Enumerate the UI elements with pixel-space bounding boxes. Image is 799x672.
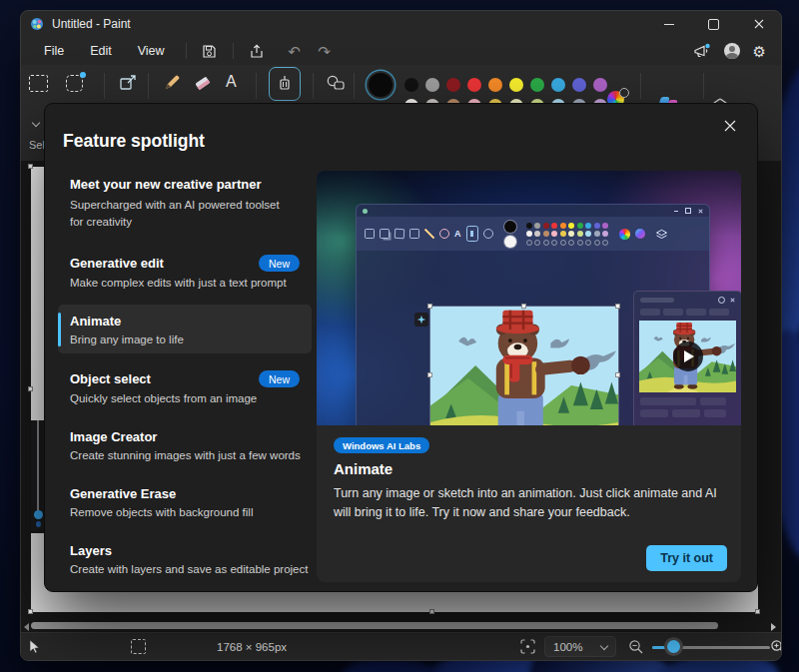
- mini-animate-panel: [633, 291, 741, 425]
- divider: [186, 43, 187, 59]
- mini-color-dot: [594, 240, 600, 246]
- color-swatch[interactable]: [425, 78, 439, 92]
- color-swatch[interactable]: [572, 78, 586, 92]
- bear-illustration: [430, 307, 618, 425]
- canvas-size-label: 1768 × 965px: [217, 633, 287, 660]
- settings-gear-icon[interactable]: ⚙: [753, 44, 766, 59]
- canvas-resize-handle[interactable]: [429, 609, 434, 614]
- mini-color-dot: [551, 240, 557, 246]
- pencil-tool[interactable]: [163, 73, 182, 92]
- selection-tool[interactable]: [29, 75, 48, 92]
- feature-preview-image: A: [317, 171, 741, 425]
- feature-list-item-generative-erase[interactable]: Generative Erase Remove objects with bac…: [58, 477, 312, 526]
- maximize-button[interactable]: [691, 11, 736, 37]
- brushes-tool[interactable]: [269, 67, 301, 101]
- mini-color-dot: [602, 223, 608, 229]
- feature-title: Image Creator: [70, 429, 157, 444]
- color-swatch[interactable]: [467, 78, 481, 92]
- share-button[interactable]: [242, 44, 272, 59]
- canvas-resize-handle[interactable]: [28, 164, 33, 169]
- color-swatch[interactable]: [551, 78, 565, 92]
- color-swatch[interactable]: [404, 78, 418, 92]
- chevron-down-icon: [600, 641, 608, 649]
- new-badge: New: [259, 370, 300, 387]
- feature-title: Object select: [70, 371, 151, 386]
- redo-button[interactable]: ↷: [310, 44, 340, 59]
- feature-list-item-layers[interactable]: Layers Create with layers and save as ed…: [58, 534, 312, 583]
- color-swatch[interactable]: [530, 78, 544, 92]
- color-swatch[interactable]: [488, 78, 502, 92]
- text-tool[interactable]: A: [226, 73, 237, 91]
- color-swatch[interactable]: [446, 78, 460, 92]
- shapes-tool[interactable]: [326, 74, 346, 91]
- feature-list-item-animate[interactable]: Animate Bring any image to life: [58, 305, 312, 353]
- cursor-icon: [28, 639, 41, 654]
- color-swatch[interactable]: [593, 78, 607, 92]
- canvas-resize-handle[interactable]: [28, 609, 33, 614]
- chevron-down-icon[interactable]: [32, 119, 40, 127]
- mini-color-dot: [594, 231, 600, 237]
- primary-color-swatch[interactable]: [369, 73, 393, 97]
- feature-title: Generative Erase: [70, 486, 176, 501]
- save-button[interactable]: [195, 44, 225, 59]
- undo-button[interactable]: ↶: [280, 44, 310, 59]
- minimize-button[interactable]: [646, 11, 691, 37]
- animation-thumbnail: [639, 321, 736, 392]
- zoom-slider[interactable]: [652, 633, 770, 660]
- close-icon: [724, 120, 736, 132]
- mini-color-dot: [526, 240, 532, 246]
- feature-list-item-image-creator[interactable]: Image Creator Create stunning images wit…: [58, 420, 312, 469]
- feedback-button[interactable]: [693, 43, 711, 59]
- color-swatch[interactable]: [509, 78, 523, 92]
- feature-description: Quickly select objects from an image: [70, 392, 300, 404]
- share-icon: [249, 44, 265, 59]
- slider-thumb[interactable]: [667, 640, 680, 653]
- divider: [354, 73, 355, 99]
- divider: [313, 73, 314, 99]
- feature-list-item-object-select[interactable]: Object select New Quickly select objects…: [58, 361, 312, 412]
- canvas-resize-handle[interactable]: [28, 386, 33, 391]
- mini-paint-logo-icon: [363, 209, 368, 214]
- mini-color-dot: [560, 231, 566, 237]
- resize-tool[interactable]: [119, 73, 138, 92]
- horizontal-scrollbar[interactable]: [31, 622, 718, 629]
- feature-description: Make complex edits with just a text prom…: [70, 277, 300, 289]
- scroll-left-arrow[interactable]: [24, 623, 29, 631]
- brushes-active-outline: [269, 67, 301, 101]
- feature-list: Meet your new creative partner Superchar…: [58, 168, 312, 591]
- menu-item-file[interactable]: File: [31, 41, 77, 61]
- zoom-in-button[interactable]: [770, 633, 782, 660]
- save-icon: [202, 44, 217, 59]
- mini-title-bar: [357, 205, 709, 217]
- menu-bar: FileEditView ↶ ↷: [21, 37, 781, 65]
- zoom-dropdown[interactable]: 100%: [544, 633, 616, 660]
- feature-description: Remove objects with background fill: [70, 506, 300, 518]
- mini-copilot-icon: [635, 229, 645, 239]
- scroll-right-arrow[interactable]: [771, 623, 776, 631]
- canvas-resize-handle[interactable]: [755, 609, 760, 614]
- eraser-tool[interactable]: [193, 74, 212, 92]
- zoom-to-fit-button[interactable]: [520, 633, 535, 660]
- zoom-in-icon: [770, 639, 782, 655]
- window-title: Untitled - Paint: [52, 17, 131, 31]
- magic-select-tool[interactable]: [66, 75, 83, 92]
- zoom-out-button[interactable]: [628, 633, 644, 660]
- mini-toolbar: A: [357, 217, 709, 251]
- feature-title: Layers: [70, 543, 112, 558]
- menu-item-edit[interactable]: Edit: [77, 41, 125, 61]
- mini-color-dot: [526, 231, 532, 237]
- mini-color-dot: [602, 240, 608, 246]
- dialog-close-button[interactable]: [715, 113, 745, 139]
- play-button[interactable]: [673, 341, 703, 371]
- mini-layers-icon: [655, 229, 668, 240]
- feature-list-item-generative-edit[interactable]: Generative edit New Make complex edits w…: [58, 246, 312, 297]
- menu-item-view[interactable]: View: [125, 41, 178, 61]
- feature-description: Bring any image to life: [70, 334, 300, 345]
- account-avatar[interactable]: [724, 43, 740, 59]
- color-palette-row-1: [404, 78, 607, 92]
- try-it-out-button[interactable]: Try it out: [646, 545, 727, 571]
- eraser-icon: [193, 74, 212, 92]
- title-bar: Untitled - Paint: [21, 11, 781, 37]
- feature-list-item-meet-your-new-creative-partner[interactable]: Meet your new creative partner Superchar…: [58, 168, 312, 238]
- close-button[interactable]: [736, 11, 781, 37]
